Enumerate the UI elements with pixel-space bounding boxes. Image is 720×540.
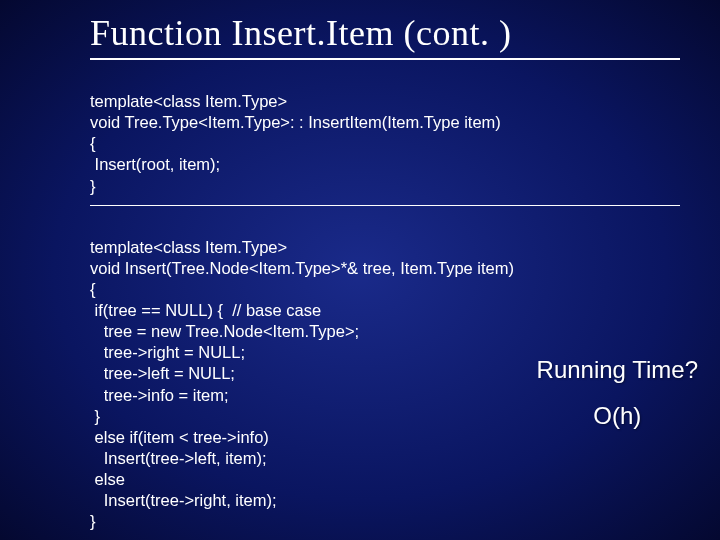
code-line: tree = new Tree.Node<Item.Type>; [90, 322, 359, 340]
code-line: { [90, 280, 96, 298]
code-line: { [90, 134, 96, 152]
code-block-1: template<class Item.Type> void Tree.Type… [90, 70, 680, 197]
code-line: template<class Item.Type> [90, 238, 287, 256]
code-line: Insert(root, item); [90, 155, 220, 173]
code-line: Insert(tree->right, item); [90, 491, 277, 509]
code-block-2-wrap: template<class Item.Type> void Insert(Tr… [90, 216, 680, 533]
running-time-question: Running Time? [537, 356, 698, 384]
code-line: template<class Item.Type> [90, 92, 287, 110]
code-line: tree->right = NULL; [90, 343, 245, 361]
slide-title: Function Insert.Item (cont. ) [90, 12, 680, 60]
code-line: Insert(tree->left, item); [90, 449, 267, 467]
code-line: } [90, 512, 96, 530]
running-time-answer: O(h) [537, 402, 698, 430]
code-line: tree->left = NULL; [90, 364, 235, 382]
divider [90, 205, 680, 206]
code-line: } [90, 407, 100, 425]
code-line: else [90, 470, 125, 488]
code-line: tree->info = item; [90, 386, 228, 404]
code-line: void Insert(Tree.Node<Item.Type>*& tree,… [90, 259, 514, 277]
code-line: if(tree == NULL) { // base case [90, 301, 321, 319]
code-line: else if(item < tree->info) [90, 428, 269, 446]
code-line: } [90, 177, 96, 195]
code-line: void Tree.Type<Item.Type>: : InsertItem(… [90, 113, 501, 131]
running-time-box: Running Time? O(h) [537, 356, 698, 430]
